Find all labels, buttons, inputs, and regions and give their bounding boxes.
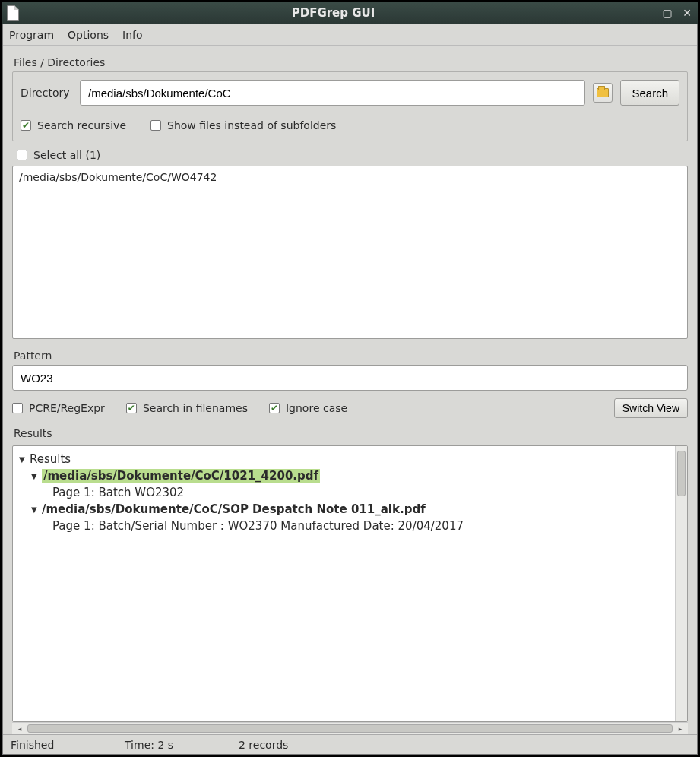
chevron-down-icon: ▼ bbox=[31, 505, 39, 514]
minimize-button[interactable]: — bbox=[641, 7, 654, 19]
scrollbar-thumb[interactable] bbox=[27, 724, 673, 733]
result-file[interactable]: ▼ /media/sbs/Dokumente/CoC/SOP Despatch … bbox=[16, 501, 672, 518]
directory-label: Directory bbox=[21, 87, 72, 99]
folder-icon bbox=[597, 88, 609, 97]
show-files-label: Show files instead of subfolders bbox=[167, 119, 336, 131]
maximize-button[interactable]: ▢ bbox=[661, 7, 673, 19]
result-match[interactable]: Page 1: Batch/Serial Number : WO2370 Man… bbox=[16, 518, 672, 534]
search-button[interactable]: Search bbox=[620, 80, 679, 106]
search-recursive-checkbox[interactable]: Search recursive bbox=[21, 119, 126, 131]
scroll-left-icon[interactable]: ◂ bbox=[15, 724, 24, 733]
search-filenames-label: Search in filenames bbox=[143, 402, 248, 414]
ignore-case-checkbox[interactable]: Ignore case bbox=[269, 402, 347, 414]
directory-listbox[interactable]: /media/sbs/Dokumente/CoC/WO4742 bbox=[12, 166, 688, 339]
titlebar: PDFGrep GUI — ▢ ✕ bbox=[2, 2, 698, 24]
checkbox-icon bbox=[17, 150, 27, 160]
browse-button[interactable] bbox=[593, 83, 613, 103]
result-file-path: /media/sbs/Dokumente/CoC/SOP Despatch No… bbox=[42, 502, 426, 516]
pcre-label: PCRE/RegExpr bbox=[29, 402, 105, 414]
files-section-label: Files / Directories bbox=[14, 56, 688, 68]
result-match-text: Page 1: Batch WO2302 bbox=[52, 486, 184, 499]
close-button[interactable]: ✕ bbox=[681, 7, 693, 19]
result-file-path: /media/sbs/Dokumente/CoC/1021_4200.pdf bbox=[42, 469, 320, 483]
files-groupbox: Directory Search Search recursive Show f… bbox=[12, 71, 688, 141]
search-recursive-label: Search recursive bbox=[37, 119, 126, 131]
results-section-label: Results bbox=[14, 427, 688, 439]
chevron-down-icon: ▼ bbox=[19, 455, 27, 464]
search-filenames-checkbox[interactable]: Search in filenames bbox=[126, 402, 248, 414]
vertical-scrollbar[interactable] bbox=[675, 446, 687, 721]
horizontal-scrollbar[interactable]: ◂ ▸ bbox=[12, 722, 688, 734]
statusbar: Finished Time: 2 s 2 records bbox=[3, 734, 697, 754]
select-all-checkbox[interactable]: Select all (1) bbox=[17, 149, 686, 161]
scroll-right-icon[interactable]: ▸ bbox=[676, 724, 685, 733]
chevron-down-icon: ▼ bbox=[31, 472, 39, 480]
select-all-label: Select all (1) bbox=[33, 149, 100, 161]
menu-program[interactable]: Program bbox=[9, 29, 54, 41]
scrollbar-thumb[interactable] bbox=[677, 451, 686, 496]
window-title: PDFGrep GUI bbox=[25, 6, 641, 20]
app-icon bbox=[7, 5, 19, 21]
show-files-checkbox[interactable]: Show files instead of subfolders bbox=[150, 119, 336, 131]
ignore-case-label: Ignore case bbox=[286, 402, 347, 414]
switch-view-button[interactable]: Switch View bbox=[614, 398, 688, 418]
status-records: 2 records bbox=[231, 739, 296, 751]
result-file[interactable]: ▼ /media/sbs/Dokumente/CoC/1021_4200.pdf bbox=[16, 467, 672, 484]
status-state: Finished bbox=[3, 739, 117, 751]
list-item[interactable]: /media/sbs/Dokumente/CoC/WO4742 bbox=[19, 171, 681, 183]
results-box: ▼ Results ▼ /media/sbs/Dokumente/CoC/102… bbox=[12, 445, 688, 722]
pattern-input[interactable] bbox=[12, 365, 688, 391]
checkbox-icon bbox=[269, 403, 280, 413]
result-match-text: Page 1: Batch/Serial Number : WO2370 Man… bbox=[52, 519, 464, 533]
checkbox-icon bbox=[12, 403, 23, 413]
menubar: Program Options Info bbox=[3, 24, 697, 46]
results-tree[interactable]: ▼ Results ▼ /media/sbs/Dokumente/CoC/102… bbox=[13, 446, 675, 721]
status-time: Time: 2 s bbox=[117, 739, 231, 751]
result-match[interactable]: Page 1: Batch WO2302 bbox=[16, 484, 672, 501]
checkbox-icon bbox=[21, 120, 31, 131]
checkbox-icon bbox=[150, 120, 161, 131]
pcre-checkbox[interactable]: PCRE/RegExpr bbox=[12, 402, 105, 414]
results-root-label: Results bbox=[30, 452, 71, 466]
menu-options[interactable]: Options bbox=[68, 29, 109, 41]
checkbox-icon bbox=[126, 403, 137, 413]
results-root[interactable]: ▼ Results bbox=[16, 451, 672, 467]
directory-input[interactable] bbox=[80, 80, 585, 106]
pattern-section-label: Pattern bbox=[14, 350, 688, 362]
menu-info[interactable]: Info bbox=[122, 29, 143, 41]
